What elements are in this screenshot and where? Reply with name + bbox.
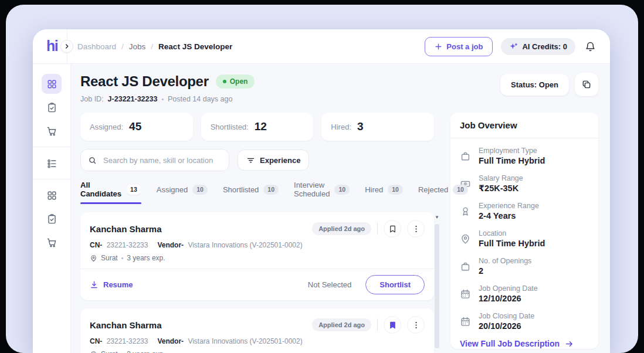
bookmark-button[interactable] [384,220,401,237]
more-options-button[interactable] [407,316,425,334]
candidate-location: Surat [101,350,118,353]
tab-label: Hired [365,185,383,194]
copy-job-button[interactable] [575,73,598,96]
overview-item-label: Salary Range [479,174,523,182]
search-input[interactable] [102,155,222,165]
chevron-right-icon [64,43,70,49]
stat-value: 12 [255,120,267,133]
overview-item-label: Employment Type [479,147,545,155]
scrollbar[interactable]: ▾ [434,213,440,348]
ai-credits-badge[interactable]: AI Credits: 0 [501,38,575,55]
shortlist-button[interactable]: Shortlist [365,275,425,294]
vertical-divider [377,222,378,235]
briefcase-icon [460,151,471,162]
overview-item-value: Full Time Hybrid [479,239,545,248]
overview-item-value: 20/10/2026 [479,321,534,331]
dot-separator: • [161,96,164,103]
job-overview-item: Salary Range₹25K-35K [460,174,589,193]
candidate-list: Kanchan SharmaApplied 2d agoCN- 23221-32… [80,212,434,353]
tab-label: Interview Scheduled [294,181,330,198]
tab-label: Assigned [157,185,188,194]
sidebar-item-grid[interactable] [42,185,62,205]
tab-interview-scheduled[interactable]: Interview Scheduled10 [294,181,350,199]
candidate-name: Kanchan Sharma [90,320,162,330]
clipboard-check-icon [46,213,57,225]
vendor-label: Vendor- [157,337,184,345]
post-a-job-button[interactable]: Post a job [425,37,493,56]
top-bar: hi Dashboard / Jobs / React JS Developer… [33,29,610,64]
job-title-section: React JS Developer Open Job ID: J-23221-… [80,73,598,103]
view-full-job-description-link[interactable]: View Full Job Description [450,333,598,349]
candidate-card: Kanchan SharmaApplied 2d agoCN- 23221-32… [80,212,434,300]
bookmark-icon [388,225,397,233]
sidebar-item-grid[interactable] [42,74,62,94]
job-overview-list: Employment TypeFull Time HybridSalary Ra… [450,138,598,333]
overview-item-label: No. of Openings [479,257,531,265]
list-check-icon [46,158,57,169]
cart-icon [46,125,57,137]
breadcrumb-current: React JS Developer [158,42,232,51]
download-icon [90,280,99,289]
main-content: React JS Developer Open Job ID: J-23221-… [71,63,610,353]
sidebar-separator [33,147,70,147]
dot-separator: • [121,255,124,262]
status-dot [223,80,226,83]
status-open-button[interactable]: Status: Open [500,74,569,96]
candidate-tabs: All Candidates13Assigned10Shortlisted10I… [80,181,434,204]
tab-shortlisted[interactable]: Shortlisted10 [223,185,279,196]
sidebar-expand-button[interactable] [60,40,73,53]
tab-rejected[interactable]: Rejected10 [418,185,468,196]
calendar-icon [460,288,471,300]
job-overview-column: Job Overview Employment TypeFull Time Hy… [450,113,598,353]
overview-item-label: Location [479,229,545,237]
sidebar-item-cart[interactable] [42,232,62,252]
stat-value: 45 [129,120,141,133]
resume-download-link[interactable]: Resume [90,280,133,289]
experience-filter-button[interactable]: Experience [238,150,309,171]
job-id-line: Job ID: J-23221-32233 • Posted 14 days a… [80,95,255,103]
job-overview-item: LocationFull Time Hybrid [460,229,589,248]
filter-icon [246,156,255,165]
job-id-label: Job ID: [80,95,104,103]
breadcrumb-jobs[interactable]: Jobs [129,42,146,51]
tab-hired[interactable]: Hired10 [365,185,403,196]
scrollbar-thumb[interactable] [435,224,439,348]
view-full-job-description-label: View Full Job Description [460,339,560,348]
breadcrumb-dashboard[interactable]: Dashboard [77,42,116,51]
stat-label: Assigned: [90,123,123,131]
more-options-button[interactable] [407,220,425,237]
overview-item-label: Job Closing Date [479,312,534,320]
search-box[interactable] [80,149,229,171]
job-overview-item: Job Opening Date12/10/2026 [460,284,589,303]
candidate-name: Kanchan Sharma [90,224,162,234]
breadcrumb-separator: / [151,42,153,51]
notifications-button[interactable] [584,40,597,53]
calendar-icon [460,316,471,327]
tab-count-badge: 13 [126,185,141,195]
kebab-icon [412,321,421,330]
status-badge: Open [216,74,255,89]
tab-assigned[interactable]: Assigned10 [157,185,208,196]
sidebar-item-cart[interactable] [42,121,62,141]
vertical-divider [377,318,378,331]
selection-status: Not Selected [308,280,351,289]
candidate-number: CN- 23221-32233 [90,337,148,345]
location-pin-icon [90,254,97,262]
sidebar-group [33,150,70,176]
sidebar-item-list-check[interactable] [42,153,62,173]
tab-count-badge: 10 [263,185,279,195]
cn-label: CN- [90,337,102,345]
experience-filter-label: Experience [260,156,300,165]
app-logo: hi [46,37,57,55]
scroll-arrow-icon[interactable]: ▾ [434,215,440,220]
sidebar-group [33,70,70,144]
screenshot-stage: hi Dashboard / Jobs / React JS Developer… [0,0,644,353]
page-title: React JS Developer [80,73,209,90]
job-overview-item: Experience Range2-4 Years [460,202,589,220]
stat-label: Shortlisted: [211,123,249,131]
sidebar-item-clipboard-check[interactable] [42,97,62,117]
left-sidebar [33,63,71,353]
bookmark-button[interactable] [384,316,401,334]
tab-all-candidates[interactable]: All Candidates13 [80,181,141,199]
sidebar-item-clipboard-check[interactable] [42,209,62,229]
